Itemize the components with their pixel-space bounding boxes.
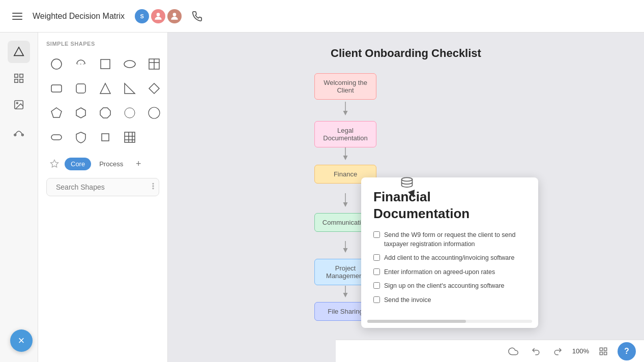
checklist-item-3: Enter information on agreed-upon rates — [373, 268, 526, 277]
svg-marker-35 — [51, 160, 58, 167]
hamburger-button[interactable] — [8, 7, 26, 25]
pill-shape[interactable] — [46, 127, 67, 147]
fab-close-button[interactable]: × — [10, 329, 33, 352]
svg-point-0 — [157, 13, 160, 16]
call-button[interactable] — [188, 7, 206, 25]
svg-point-39 — [153, 186, 154, 187]
svg-marker-23 — [51, 108, 62, 117]
svg-marker-24 — [76, 108, 85, 118]
image-panel-button[interactable] — [8, 94, 30, 116]
diagram-title: Client Onboarding Checklist — [331, 47, 481, 60]
svg-rect-13 — [101, 59, 110, 69]
database-icon-floating — [400, 176, 414, 191]
checklist-checkbox-2[interactable] — [373, 254, 380, 261]
svg-point-11 — [51, 59, 62, 69]
help-button[interactable]: ? — [618, 342, 636, 360]
checklist-checkbox-1[interactable] — [373, 231, 380, 238]
svg-rect-6 — [20, 79, 23, 82]
checklist-text-3: Enter information on agreed-upon rates — [384, 268, 495, 277]
redo-button[interactable] — [550, 343, 566, 359]
ellipse-shape[interactable] — [120, 54, 140, 74]
shield-shape[interactable] — [71, 127, 91, 147]
node-legal[interactable]: Legal Documentation — [314, 121, 376, 147]
svg-marker-25 — [100, 108, 110, 118]
checklist-item-4: Sign up on the client's accounting softw… — [373, 282, 526, 291]
panel-resize-handle[interactable] — [532, 177, 538, 328]
circle-outline-shape[interactable] — [120, 103, 140, 123]
shapes-panel-button[interactable] — [8, 41, 30, 63]
search-input[interactable] — [56, 183, 145, 191]
svg-rect-18 — [51, 85, 62, 92]
svg-marker-20 — [100, 83, 110, 94]
shapes-panel: SIMPLE SHAPES Core Process + — [38, 33, 168, 362]
bottom-toolbar: 100% ? — [336, 340, 644, 362]
checklist-item-2: Add client to the accounting/invoicing s… — [373, 254, 526, 263]
tab-core[interactable]: Core — [65, 158, 91, 170]
checklist-text-5: Send the invoice — [384, 296, 431, 305]
avatar-1: S — [135, 9, 149, 23]
svg-rect-30 — [125, 132, 135, 142]
left-panel — [0, 33, 38, 362]
checklist-checkbox-5[interactable] — [373, 296, 380, 303]
parallelogram-shape[interactable] — [95, 127, 115, 147]
svg-marker-21 — [125, 83, 135, 94]
checklist-checkbox-3[interactable] — [373, 268, 380, 275]
info-panel: Financial Documentation Send the W9 form… — [361, 177, 538, 328]
svg-point-26 — [125, 108, 135, 118]
document-title[interactable]: Weighted Decision Matrix — [33, 12, 125, 21]
panel-scrollbar[interactable] — [367, 320, 532, 323]
svg-rect-28 — [51, 135, 62, 140]
arc-shape[interactable] — [71, 54, 91, 74]
tab-process[interactable]: Process — [93, 158, 129, 170]
shapes-section-title: SIMPLE SHAPES — [46, 41, 159, 47]
canvas-inner: Client Onboarding Checklist Welcoming th… — [168, 33, 644, 362]
checklist-checkbox-4[interactable] — [373, 282, 380, 289]
svg-rect-4 — [20, 74, 23, 77]
checklist-text-2: Add client to the accounting/invoicing s… — [384, 254, 514, 263]
svg-point-14 — [124, 61, 135, 68]
pentagon-shape[interactable] — [46, 103, 67, 123]
add-tab-button[interactable]: + — [131, 157, 145, 171]
info-panel-title: Financial Documentation — [373, 189, 526, 222]
diamond-shape[interactable] — [144, 78, 164, 99]
node-welcoming[interactable]: Welcoming the Client — [314, 73, 376, 100]
path-panel-button[interactable] — [8, 120, 30, 142]
svg-rect-19 — [76, 84, 85, 93]
rounded-square-shape[interactable] — [71, 78, 91, 99]
header: Weighted Decision Matrix S — [0, 0, 644, 33]
zoom-label: 100% — [572, 347, 589, 355]
svg-rect-49 — [604, 348, 607, 350]
hexagon-shape[interactable] — [71, 103, 91, 123]
checklist-item-1: Send the W9 form or request the client t… — [373, 231, 526, 249]
svg-point-27 — [149, 107, 160, 118]
svg-marker-29 — [102, 134, 109, 141]
collaborator-avatars: S — [135, 9, 182, 23]
svg-point-40 — [153, 188, 154, 189]
svg-rect-48 — [600, 348, 602, 350]
checklist-text-4: Sign up on the client's accounting softw… — [384, 282, 505, 291]
octagon-shape[interactable] — [95, 103, 115, 123]
large-circle-shape[interactable] — [144, 103, 164, 123]
right-triangle-shape[interactable] — [120, 78, 140, 99]
star-icon[interactable] — [46, 156, 63, 172]
grid-panel-button[interactable] — [8, 67, 30, 89]
circle-shape[interactable] — [46, 54, 67, 74]
shape-tabs: Core Process + — [46, 156, 159, 172]
undo-button[interactable] — [528, 343, 544, 359]
grid-view-button[interactable] — [595, 343, 611, 359]
svg-point-38 — [153, 183, 154, 184]
svg-marker-2 — [14, 47, 23, 56]
svg-rect-51 — [604, 352, 607, 354]
checklist-text-1: Send the W9 form or request the client t… — [384, 231, 526, 249]
table-shape[interactable] — [144, 54, 164, 74]
search-bar — [46, 178, 159, 196]
grid-full-shape[interactable] — [120, 127, 140, 147]
search-more-button[interactable] — [149, 182, 157, 192]
triangle-shape[interactable] — [95, 78, 115, 99]
cloud-save-button[interactable] — [505, 343, 521, 359]
square-shape[interactable] — [95, 54, 115, 74]
avatar-2 — [151, 9, 165, 23]
canvas-area[interactable]: Client Onboarding Checklist Welcoming th… — [168, 33, 644, 362]
svg-point-8 — [16, 102, 18, 104]
rounded-rect-shape[interactable] — [46, 78, 67, 99]
